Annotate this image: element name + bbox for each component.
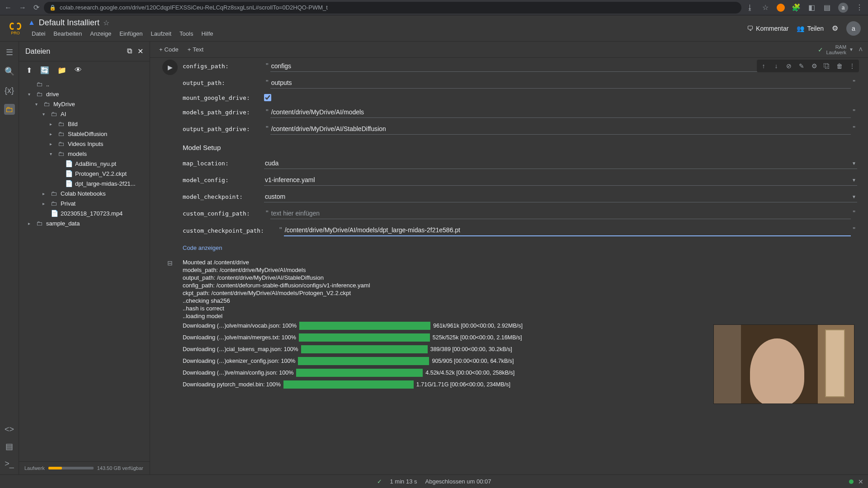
cell-toolbar: ↑ ↓ ⊘ ✎ ⚙ ⿻ 🗑 ⋮ [757,60,859,72]
comment-button[interactable]: 🗨 Kommentar [747,25,788,32]
extension-badge[interactable] [777,4,785,12]
tree-dpt-large[interactable]: 📄dpt_large-midas-2f21... [19,178,150,188]
menu-laufzeit[interactable]: Laufzeit [147,28,175,39]
tree-timestamp-mp4[interactable]: 📄20230518_170723.mp4 [19,208,150,218]
custom-config-path-input[interactable] [270,208,851,219]
tree-sample-data[interactable]: ▸🗀sample_data [19,218,150,228]
menu-einfuegen[interactable]: Einfügen [116,28,146,39]
status-elapsed: 1 min 13 s [390,478,417,485]
map-location-select[interactable]: cuda▼ [264,158,857,169]
menu-bearbeiten[interactable]: Bearbeiten [50,28,85,39]
menu-anzeige[interactable]: Anzeige [86,28,115,39]
url-bar[interactable]: 🔒 colab.research.google.com/drive/120Cdq… [44,2,741,14]
tree-ai[interactable]: ▾🗀AI [19,109,150,119]
comment-icon: 🗨 [747,25,753,32]
cell-more-icon[interactable]: ⋮ [846,61,858,71]
output-path-gdrive-input[interactable] [270,123,851,135]
model-config-select[interactable]: v1-inference.yaml▼ [264,174,857,186]
doc-title[interactable]: Default Installiert [39,18,99,28]
move-up-icon[interactable]: ↑ [758,61,769,71]
colab-logo[interactable]: PRO [7,20,24,37]
output-path-input[interactable] [270,77,851,89]
share-button[interactable]: 👥 Teilen [797,25,824,32]
add-code-button[interactable]: +Code [156,44,182,55]
terminal-icon[interactable]: >_ [4,458,15,469]
ram-disk-indicator[interactable]: RAM Laufwerk [826,44,846,55]
menu-tools[interactable]: Tools [176,28,197,39]
notebook-toolbar: +Code +Text ✓ RAM Laufwerk ▼ ᐱ [150,42,868,58]
models-path-gdrive-label: models_path_gdrive: [183,109,259,116]
tree-adabins[interactable]: 📄AdaBins_nyu.pt [19,159,150,169]
tree-protogen[interactable]: 📄Protogen_V2.2.ckpt [19,169,150,178]
menu-datei[interactable]: Datei [28,28,49,39]
show-code-link[interactable]: Code anzeigen [183,239,857,255]
tree-up[interactable]: 🗀.. [19,79,150,89]
link-cell-icon[interactable]: ⊘ [783,61,795,71]
tree-colab-notebooks[interactable]: ▸🗀Colab Notebooks [19,188,150,198]
bookmark-star-icon[interactable]: ☆ [761,4,769,12]
output-collapse-icon[interactable]: ⊟ [167,259,173,390]
hide-icon[interactable]: 👁 [75,66,82,75]
download-label: Downloading (…)okenizer_config.json: 100… [183,357,295,365]
command-icon[interactable]: ▤ [4,441,15,452]
back-icon[interactable]: ← [5,4,12,12]
download-label: Downloading (…)olve/main/vocab.json: 100… [183,322,297,330]
move-down-icon[interactable]: ↓ [770,61,782,71]
chevron-down-icon: ▼ [852,178,856,183]
forward-icon[interactable]: → [19,4,26,12]
status-close-icon[interactable]: ✕ [858,478,863,485]
status-completed: Abgeschlossen um 00:07 [425,478,491,485]
tree-mydrive[interactable]: ▾🗀MyDrive [19,99,150,109]
custom-checkpoint-path-input[interactable] [284,225,851,236]
panels-icon[interactable]: ▤ [823,4,831,12]
close-panel-icon[interactable]: ✕ [137,47,143,56]
cell-settings-icon[interactable]: ⚙ [808,61,820,71]
settings-gear-icon[interactable]: ⚙ [832,24,838,33]
download-progress-bar [299,322,430,330]
variables-icon[interactable]: {x} [4,85,15,96]
upload-icon[interactable]: ⬆ [26,66,32,75]
browser-avatar[interactable]: a [838,3,848,13]
edit-cell-icon[interactable]: ✎ [796,61,807,71]
models-path-gdrive-input[interactable] [270,107,851,118]
reload-icon[interactable]: ⟳ [33,3,39,12]
new-window-icon[interactable]: ⧉ [127,47,132,56]
mount-gdrive-checkbox[interactable] [264,94,271,101]
tree-privat[interactable]: ▸🗀Privat [19,198,150,208]
download-label: Downloading (…)olve/main/merges.txt: 100… [183,334,296,342]
menu-icon[interactable]: ☰ [4,47,15,58]
model-checkpoint-select[interactable]: custom▼ [264,191,857,202]
run-cell-button[interactable]: ▶ [162,60,178,75]
delete-cell-icon[interactable]: 🗑 [834,61,845,71]
search-icon[interactable]: 🔍 [4,66,15,77]
menu-hilfe[interactable]: Hilfe [198,28,217,39]
output-log: Mounted at /content/drive models_path: /… [183,258,861,320]
download-progress-bar [301,345,428,353]
notebook-area: +Code +Text ✓ RAM Laufwerk ▼ ᐱ ↑ ↓ ⊘ [150,42,868,474]
mirror-cell-icon[interactable]: ⿻ [821,61,833,71]
tree-stablediffusion[interactable]: ▸🗀StableDiffusion [19,129,150,139]
refresh-icon[interactable]: 🔄 [40,66,49,75]
browser-menu-icon[interactable]: ⋮ [855,4,863,12]
code-snippet-icon[interactable]: <> [4,424,15,435]
add-text-button[interactable]: +Text [184,44,207,55]
star-icon[interactable]: ☆ [103,19,109,27]
disk-footer: Laufwerk 143.50 GB verfügbar [19,461,150,474]
side-panel-icon[interactable]: ◧ [807,4,816,12]
extensions-icon[interactable]: 🧩 [792,4,800,12]
user-avatar[interactable]: a [846,21,861,36]
tree-videos-inputs[interactable]: ▸🗀Videos Inputs [19,139,150,149]
install-icon[interactable]: ⭳ [746,4,754,12]
files-icon[interactable]: 🗀 [4,104,15,115]
model-setup-heading: Model Setup [183,137,857,155]
mount-drive-icon[interactable]: 📁 [57,66,66,75]
tree-bild[interactable]: ▸🗀Bild [19,119,150,129]
tree-models[interactable]: ▾🗀models [19,149,150,159]
download-stats: 525k/525k [00:00<00:00, 2.16MB/s] [433,334,522,342]
runtime-menu-icon[interactable]: ▼ [849,47,854,52]
tree-drive[interactable]: ▾🗀drive [19,89,150,99]
output-path-gdrive-label: output_path_gdrive: [183,126,259,132]
url-text: colab.research.google.com/drive/120CdqpI… [60,4,328,11]
collapse-up-icon[interactable]: ᐱ [859,47,863,52]
lock-icon: 🔒 [49,5,56,11]
